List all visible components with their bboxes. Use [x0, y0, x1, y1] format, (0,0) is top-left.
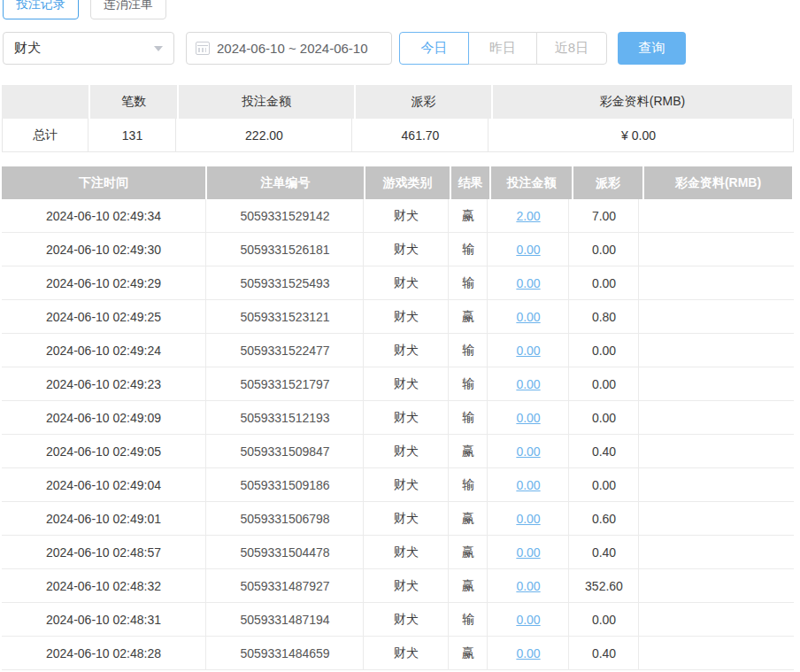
bet-amount-link[interactable]: 0.00	[516, 276, 540, 290]
summary-header-bet-amount: 投注金额	[179, 85, 354, 119]
bet-time-cell: 2024-06-10 02:49:01	[2, 502, 206, 535]
payout-cell: 0.00	[570, 401, 639, 434]
table-row: 2024-06-10 02:48:32 5059331487927 财犬 赢 0…	[2, 569, 794, 603]
bet-amount-link[interactable]: 0.00	[516, 377, 540, 391]
result-cell: 赢	[450, 536, 488, 568]
order-number-cell: 5059331487194	[207, 603, 364, 636]
result-cell: 输	[450, 603, 488, 636]
table-row: 2024-06-10 02:48:31 5059331487194 财犬 输 0…	[2, 603, 794, 637]
bonus-cell	[640, 233, 788, 266]
order-number-cell: 5059331522477	[207, 334, 364, 367]
order-number-cell: 5059331506798	[207, 502, 364, 535]
today-button[interactable]: 今日	[399, 32, 469, 65]
bet-amount-link[interactable]: 0.00	[516, 444, 540, 459]
game-type-cell: 财犬	[365, 266, 449, 299]
summary-total-bet-amount: 222.00	[177, 119, 352, 151]
tab-bet-records[interactable]: 投注记录	[3, 0, 79, 19]
bet-amount-link[interactable]: 0.00	[516, 579, 540, 593]
table-row: 2024-06-10 02:48:28 5059331484659 财犬 赢 0…	[2, 637, 794, 670]
payout-cell: 0.40	[570, 536, 639, 568]
summary-header-count: 笔数	[90, 85, 177, 119]
game-type-cell: 财犬	[365, 637, 449, 669]
summary-header-empty	[2, 85, 88, 119]
game-select[interactable]: 财犬	[3, 32, 174, 65]
order-number-cell: 5059331523121	[207, 300, 364, 333]
bonus-cell	[640, 569, 788, 602]
bet-amount-link[interactable]: 0.00	[516, 545, 540, 560]
header-order-number: 注单编号	[207, 166, 364, 199]
bonus-cell	[640, 435, 788, 467]
result-cell: 输	[450, 233, 488, 266]
bet-amount-cell: 0.00	[488, 569, 569, 602]
summary-total-label: 总计	[3, 119, 88, 151]
records-table: 下注时间 注单编号 游戏类别 结果 投注金额 派彩 彩金资料(RMB) 2024…	[2, 166, 794, 670]
table-row: 2024-06-10 02:48:57 5059331504478 财犬 赢 0…	[2, 536, 794, 569]
game-type-cell: 财犬	[365, 569, 449, 602]
yesterday-button[interactable]: 昨日	[468, 32, 537, 65]
filter-bar: 财犬 2024-06-10 ~ 2024-06-10 今日 昨日 近8日 查询	[0, 32, 800, 65]
summary-total-bonus: ¥ 0.00	[489, 119, 788, 151]
game-type-cell: 财犬	[365, 603, 449, 636]
order-number-cell: 5059331525493	[207, 266, 364, 299]
result-cell: 输	[450, 367, 488, 400]
bet-time-cell: 2024-06-10 02:49:23	[2, 367, 206, 400]
bet-amount-link[interactable]: 0.00	[516, 512, 540, 526]
bonus-cell	[640, 266, 788, 299]
header-bet-time: 下注时间	[2, 166, 205, 199]
payout-cell: 0.80	[570, 300, 639, 333]
bet-time-cell: 2024-06-10 02:49:09	[2, 401, 206, 434]
bet-amount-link[interactable]: 0.00	[516, 613, 540, 627]
bet-time-cell: 2024-06-10 02:49:25	[2, 300, 206, 333]
game-type-cell: 财犬	[365, 502, 449, 535]
result-cell: 赢	[450, 502, 488, 535]
header-result: 结果	[451, 166, 489, 199]
bet-amount-link[interactable]: 0.00	[516, 478, 540, 492]
bonus-cell	[640, 536, 788, 568]
bet-amount-cell: 0.00	[488, 233, 569, 266]
payout-cell: 0.00	[570, 266, 639, 299]
table-row: 2024-06-10 02:49:34 5059331529142 财犬 赢 2…	[2, 199, 794, 233]
bonus-cell	[640, 502, 788, 535]
bet-amount-link[interactable]: 0.00	[516, 344, 540, 358]
order-number-cell: 5059331504478	[207, 536, 364, 568]
bet-amount-cell: 0.00	[488, 637, 569, 669]
records-header-row: 下注时间 注单编号 游戏类别 结果 投注金额 派彩 彩金资料(RMB)	[2, 166, 794, 199]
order-number-cell: 5059331529142	[207, 199, 364, 232]
payout-cell: 0.00	[570, 367, 639, 400]
bonus-cell	[640, 199, 788, 232]
game-type-cell: 财犬	[365, 401, 449, 434]
last-8-days-button[interactable]: 近8日	[536, 32, 607, 65]
bet-time-cell: 2024-06-10 02:49:05	[2, 435, 206, 467]
query-button[interactable]: 查询	[618, 32, 686, 65]
bet-time-cell: 2024-06-10 02:49:24	[2, 334, 206, 367]
bet-time-cell: 2024-06-10 02:49:30	[2, 233, 206, 266]
result-cell: 输	[450, 468, 488, 501]
bet-amount-link[interactable]: 0.00	[516, 243, 540, 257]
payout-cell: 0.40	[570, 435, 639, 467]
table-row: 2024-06-10 02:49:04 5059331509186 财犬 输 0…	[2, 468, 794, 502]
game-type-cell: 财犬	[365, 199, 449, 232]
game-type-cell: 财犬	[365, 300, 449, 333]
table-row: 2024-06-10 02:49:24 5059331522477 财犬 输 0…	[2, 334, 794, 367]
bonus-cell	[640, 401, 788, 434]
bet-amount-cell: 0.00	[488, 401, 569, 434]
table-row: 2024-06-10 02:49:09 5059331512193 财犬 输 0…	[2, 401, 794, 435]
result-cell: 赢	[450, 637, 488, 669]
result-cell: 输	[450, 266, 488, 299]
tab-cancelled-orders[interactable]: 连消注单	[90, 0, 166, 19]
bet-amount-link[interactable]: 0.00	[516, 646, 540, 660]
summary-total-payout: 461.70	[353, 119, 488, 151]
table-row: 2024-06-10 02:49:01 5059331506798 财犬 赢 0…	[2, 502, 794, 536]
bet-amount-cell: 0.00	[488, 334, 569, 367]
bet-time-cell: 2024-06-10 02:49:34	[2, 199, 206, 232]
order-number-cell: 5059331484659	[207, 637, 364, 669]
date-range-picker[interactable]: 2024-06-10 ~ 2024-06-10	[186, 32, 392, 65]
table-row: 2024-06-10 02:49:29 5059331525493 财犬 输 0…	[2, 266, 794, 300]
bet-amount-link[interactable]: 0.00	[516, 310, 540, 324]
order-number-cell: 5059331509186	[207, 468, 364, 501]
payout-cell: 0.00	[570, 233, 639, 266]
game-select-value: 财犬	[14, 40, 41, 57]
header-bet-amount: 投注金额	[491, 166, 572, 199]
bet-amount-link[interactable]: 0.00	[516, 411, 540, 425]
bet-amount-link[interactable]: 2.00	[516, 209, 540, 223]
